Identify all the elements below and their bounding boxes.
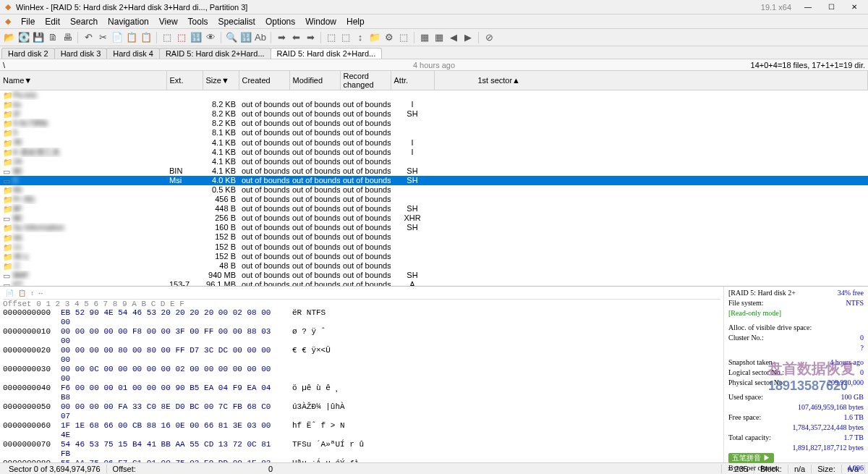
tool-next-icon[interactable]: ▶ (461, 31, 475, 44)
close-button[interactable]: ✕ (843, 1, 865, 14)
hex-row[interactable]: 000000002000 00 00 00 80 00 80 00 FF D7 … (3, 346, 720, 365)
tool-b5-icon[interactable]: ⚙ (383, 31, 396, 44)
menu-view[interactable]: View (154, 17, 183, 27)
col-created[interactable]: Created (239, 71, 289, 90)
table-row[interactable]: 📁244.1 KBout of bounds ↑out of bounds ↑o… (0, 157, 868, 166)
table-row[interactable]: ▭$E256 Bout of bounds ↑out of bounds ↑ou… (0, 213, 868, 223)
hex-row[interactable]: 00000000601F 1E 68 66 00 CB 88 16 0E 00 … (3, 421, 720, 440)
tool-find-icon[interactable]: 🔍 (225, 31, 238, 44)
tool-cut-icon[interactable]: ✂ (96, 31, 109, 44)
tool-c1-icon[interactable]: ▦ (418, 31, 431, 44)
col-modified[interactable]: Modified (289, 71, 340, 90)
hex-editor[interactable]: 📄 📋 ↕ ↔ Offset 0 1 2 3 4 5 6 7 8 9 A B C… (0, 287, 868, 462)
tool-fwd-icon[interactable]: ➡ (304, 31, 317, 44)
tool-text-icon[interactable]: Ab (254, 31, 267, 44)
table-row[interactable]: 📁三48 Bout of bounds ↑out of bounds ↑out … (0, 261, 868, 271)
table-row[interactable]: 📁$F448 Bout of bounds ↑out of bounds ↑ou… (0, 204, 868, 213)
col-ext[interactable]: Ext. (166, 71, 203, 90)
hex-row[interactable]: 000000003000 00 0C 00 00 00 00 00 02 00 … (3, 365, 720, 384)
hex-tool-icon[interactable]: 📄 (6, 289, 14, 297)
menu-file[interactable]: File (16, 17, 40, 27)
table-row[interactable]: 📁qq152 Bout of bounds ↑out of bounds ↑ou… (0, 232, 868, 242)
tool-hex-icon[interactable]: 🔢 (239, 31, 252, 44)
tool-disk-icon[interactable]: 💽 (17, 31, 30, 44)
tab-hd3[interactable]: Hard disk 3 (54, 48, 108, 59)
table-row[interactable]: ▭0Msi4.0 KBout of bounds ↑out of bounds … (0, 176, 868, 185)
table-row[interactable]: 📁800.5 KBout of bounds ↑out of bounds ↑o… (0, 185, 868, 195)
hex-row[interactable]: 000000008055 AA 75 06 F7 C1 01 00 75 03 … (3, 459, 720, 462)
col-attr[interactable]: Attr. (391, 71, 434, 90)
menu-help[interactable]: Help (341, 17, 370, 27)
tool-b6-icon[interactable]: ⬚ (397, 31, 410, 44)
tool-c2-icon[interactable]: ▦ (433, 31, 446, 44)
col-sector[interactable]: 1st sector▲ (434, 71, 868, 90)
col-name[interactable]: Name▼ (0, 71, 166, 90)
table-row[interactable]: 📁Sy Information160 Bout of bounds ↑out o… (0, 223, 868, 232)
hex-row[interactable]: 000000005000 00 00 00 FA 33 C0 8E D0 BC … (3, 402, 720, 421)
hex-row[interactable]: 000000007054 46 53 75 15 B4 41 BB AA 55 … (3, 440, 720, 459)
col-size[interactable]: Size▼ (203, 71, 239, 90)
tab-hd2[interactable]: Hard disk 2 (1, 48, 55, 59)
tool-save-icon[interactable]: 💾 (32, 31, 45, 44)
tool-open-icon[interactable]: 📂 (3, 31, 16, 44)
tool-copy-icon[interactable]: 📄 (111, 31, 124, 44)
tool-image-icon[interactable]: 🗎 (46, 31, 59, 44)
menu-window[interactable]: Window (300, 17, 341, 27)
column-headers[interactable]: Name▼ Ext. Size▼ Created Modified Record… (0, 71, 868, 90)
hex-row[interactable]: 0000000000EB 52 90 4E 54 46 53 20 20 20 … (3, 308, 720, 327)
tool-a3-icon[interactable]: 🔢 (190, 31, 203, 44)
bpc-label: Bytes per cluster: (728, 463, 779, 473)
menu-edit[interactable]: Edit (40, 17, 65, 27)
info-panel: [RAID 5: Hard disk 2+34% free File syste… (723, 287, 868, 462)
table-row[interactable]: 📁Pr 36)456 Bout of bounds ↑out of bounds… (0, 195, 868, 204)
tool-a1-icon[interactable]: ⬚ (161, 31, 174, 44)
free-bytes: 1,784,357,224,448 bytes (792, 423, 864, 433)
menu-tools[interactable]: Tools (183, 17, 213, 27)
tab-raid-b[interactable]: RAID 5: Hard disk 2+Hard... (271, 48, 383, 59)
table-row[interactable]: ▭$EBIN4.1 KBout of bounds ↑out of bounds… (0, 166, 868, 176)
tool-goto-icon[interactable]: ➡ (275, 31, 288, 44)
minimize-button[interactable]: — (797, 1, 819, 14)
tool-undo-icon[interactable]: ↶ (82, 31, 95, 44)
tool-b2-icon[interactable]: ⬚ (339, 31, 352, 44)
table-row[interactable]: 📁11152 Bout of bounds ↑out of bounds ↑ou… (0, 242, 868, 252)
hex-tool-icon[interactable]: ↕ (30, 290, 34, 297)
table-row[interactable]: 📁K 遣处理工具4.1 KBout of bounds ↑out of boun… (0, 148, 868, 157)
file-list[interactable]: Name▼ Ext. Size▼ Created Modified Record… (0, 71, 868, 287)
table-row[interactable]: 📁ks8.2 KBout of bounds ↑out of bounds ↑o… (0, 100, 868, 109)
hex-row[interactable]: 000000001000 00 00 00 00 F8 00 00 3F 00 … (3, 327, 720, 346)
tool-a4-icon[interactable]: 👁 (204, 31, 217, 44)
tool-paste-icon[interactable]: 📋 (125, 31, 138, 44)
menu-specialist[interactable]: Specialist (213, 17, 260, 27)
maximize-button[interactable]: ☐ (820, 1, 842, 14)
table-row[interactable]: ▭$MF940 MBout of bounds ↑out of bounds ↑… (0, 271, 868, 280)
panel-title: [RAID 5: Hard disk 2+ (728, 288, 796, 298)
tab-raid-a[interactable]: RAID 5: Hard disk 2+Hard... (159, 48, 271, 59)
table-row[interactable]: 📁58.1 KBout of bounds ↑out of bounds ↑ou… (0, 128, 868, 137)
ime-indicator[interactable]: 五笔拼音 ▶ (728, 453, 774, 463)
table-row[interactable]: 📁(F8.2 KBout of bounds ↑out of bounds ↑o… (0, 109, 868, 119)
hex-tool-icon[interactable]: 📋 (18, 289, 26, 297)
tool-paste2-icon[interactable]: 📋 (140, 31, 153, 44)
tool-prev-icon[interactable]: ◀ (447, 31, 460, 44)
menu-options[interactable]: Options (260, 17, 300, 27)
tool-a2-icon[interactable]: ⬚ (175, 31, 188, 44)
tool-b3-icon[interactable]: ↕ (354, 31, 367, 44)
menu-search[interactable]: Search (65, 17, 103, 27)
free-label: Free space: (728, 412, 761, 423)
tool-stop-icon[interactable]: ⊘ (482, 31, 495, 44)
table-row[interactable]: 📁9 8c79f9b8.2 KBout of bounds ↑out of bo… (0, 119, 868, 128)
tab-hd4[interactable]: Hard disk 4 (106, 48, 160, 59)
table-row[interactable]: ▭PT153-7...96.1 MBout of bounds ↑out of … (0, 280, 868, 287)
hex-row[interactable]: 0000000040F6 00 00 00 01 00 00 00 90 B5 … (3, 384, 720, 402)
table-row[interactable]: 📁364.1 KBout of bounds ↑out of bounds ↑o… (0, 137, 868, 147)
col-record[interactable]: Record changed (340, 71, 391, 90)
tool-b1-icon[interactable]: ⬚ (325, 31, 338, 44)
tool-back-icon[interactable]: ⬅ (289, 31, 302, 44)
tool-b4-icon[interactable]: 📁 (368, 31, 381, 44)
tool-print-icon[interactable]: 🖶 (61, 31, 74, 44)
menu-navigation[interactable]: Navigation (103, 17, 154, 27)
hex-tool-icon[interactable]: ↔ (38, 290, 42, 297)
table-row[interactable]: 📁Pa kric (0, 90, 868, 101)
table-row[interactable]: 📁36 s152 Bout of bounds ↑out of bounds ↑… (0, 252, 868, 261)
